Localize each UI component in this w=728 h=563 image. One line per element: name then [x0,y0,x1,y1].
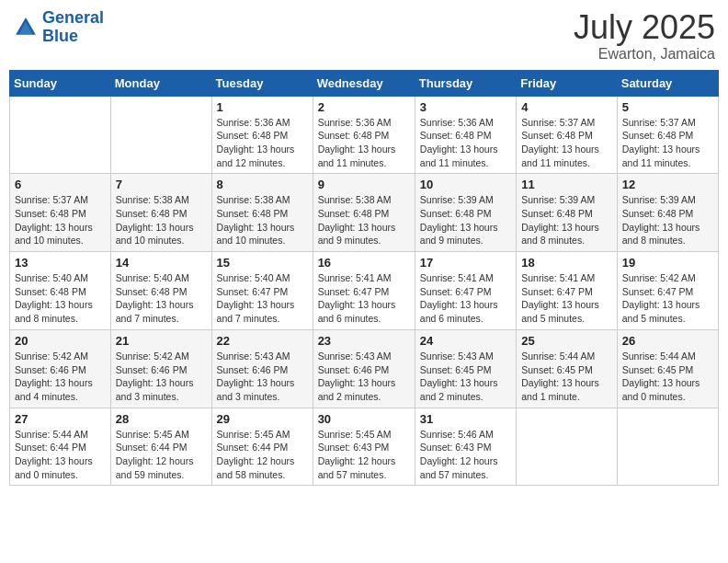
location: Ewarton, Jamaica [574,46,715,63]
day-info: Sunrise: 5:36 AM Sunset: 6:48 PM Dayligh… [217,116,308,170]
day-cell: 23Sunrise: 5:43 AM Sunset: 6:46 PM Dayli… [313,329,415,408]
day-number: 24 [420,334,511,348]
day-info: Sunrise: 5:41 AM Sunset: 6:47 PM Dayligh… [318,271,410,326]
day-number: 25 [521,334,612,348]
day-number: 21 [116,334,207,348]
day-number: 3 [420,100,511,114]
day-cell: 9Sunrise: 5:38 AM Sunset: 6:48 PM Daylig… [313,174,415,252]
calendar: SundayMondayTuesdayWednesdayThursdayFrid… [9,70,719,487]
day-number: 31 [420,412,511,426]
day-number: 6 [15,178,106,191]
day-info: Sunrise: 5:43 AM Sunset: 6:46 PM Dayligh… [318,350,410,404]
day-cell: 10Sunrise: 5:39 AM Sunset: 6:48 PM Dayli… [415,174,516,252]
day-cell: 17Sunrise: 5:41 AM Sunset: 6:47 PM Dayli… [415,252,516,330]
day-info: Sunrise: 5:39 AM Sunset: 6:48 PM Dayligh… [622,193,713,247]
title-area: July 2025 Ewarton, Jamaica [574,9,715,63]
day-number: 16 [318,256,410,270]
day-info: Sunrise: 5:39 AM Sunset: 6:48 PM Dayligh… [420,193,511,247]
day-info: Sunrise: 5:37 AM Sunset: 6:48 PM Dayligh… [15,193,106,247]
day-number: 30 [318,412,410,426]
day-cell: 18Sunrise: 5:41 AM Sunset: 6:47 PM Dayli… [517,252,618,330]
day-cell: 4Sunrise: 5:37 AM Sunset: 6:48 PM Daylig… [517,96,618,174]
day-info: Sunrise: 5:36 AM Sunset: 6:48 PM Dayligh… [318,116,410,170]
day-cell: 22Sunrise: 5:43 AM Sunset: 6:46 PM Dayli… [211,329,313,408]
day-cell: 12Sunrise: 5:39 AM Sunset: 6:48 PM Dayli… [617,174,718,252]
day-cell: 11Sunrise: 5:39 AM Sunset: 6:48 PM Dayli… [517,174,618,252]
day-number: 4 [521,100,612,114]
week-row-2: 6Sunrise: 5:37 AM Sunset: 6:48 PM Daylig… [10,174,719,252]
day-cell: 26Sunrise: 5:44 AM Sunset: 6:45 PM Dayli… [617,329,718,408]
logo: General Blue [13,9,104,46]
header: General Blue July 2025 Ewarton, Jamaica [9,9,719,63]
day-number: 12 [622,178,713,191]
day-number: 23 [318,334,410,348]
day-info: Sunrise: 5:43 AM Sunset: 6:46 PM Dayligh… [217,350,308,404]
day-cell: 13Sunrise: 5:40 AM Sunset: 6:48 PM Dayli… [10,252,111,330]
day-number: 9 [318,178,410,191]
logo-icon [13,15,39,40]
day-info: Sunrise: 5:38 AM Sunset: 6:48 PM Dayligh… [318,193,410,247]
logo-line1: General [42,8,104,27]
day-number: 8 [217,178,308,191]
day-info: Sunrise: 5:36 AM Sunset: 6:48 PM Dayligh… [420,116,511,170]
week-row-5: 27Sunrise: 5:44 AM Sunset: 6:44 PM Dayli… [10,408,719,486]
weekday-header-friday: Friday [517,70,618,96]
logo-line2: Blue [42,27,78,45]
day-cell: 3Sunrise: 5:36 AM Sunset: 6:48 PM Daylig… [415,96,516,174]
day-number: 22 [217,334,308,348]
weekday-header-saturday: Saturday [617,70,718,96]
day-cell: 6Sunrise: 5:37 AM Sunset: 6:48 PM Daylig… [10,174,111,252]
week-row-1: 1Sunrise: 5:36 AM Sunset: 6:48 PM Daylig… [10,96,719,174]
day-info: Sunrise: 5:38 AM Sunset: 6:48 PM Dayligh… [116,193,207,247]
day-info: Sunrise: 5:37 AM Sunset: 6:48 PM Dayligh… [521,116,612,170]
day-cell: 2Sunrise: 5:36 AM Sunset: 6:48 PM Daylig… [313,96,415,174]
day-info: Sunrise: 5:44 AM Sunset: 6:44 PM Dayligh… [15,428,106,482]
day-info: Sunrise: 5:40 AM Sunset: 6:48 PM Dayligh… [116,271,207,326]
day-info: Sunrise: 5:42 AM Sunset: 6:46 PM Dayligh… [116,350,207,404]
day-info: Sunrise: 5:41 AM Sunset: 6:47 PM Dayligh… [521,271,612,326]
day-number: 2 [318,100,410,114]
day-cell: 19Sunrise: 5:42 AM Sunset: 6:47 PM Dayli… [617,252,718,330]
day-info: Sunrise: 5:46 AM Sunset: 6:43 PM Dayligh… [420,428,511,482]
day-number: 20 [15,334,106,348]
day-number: 10 [420,178,511,191]
day-number: 18 [521,256,612,270]
day-info: Sunrise: 5:41 AM Sunset: 6:47 PM Dayligh… [420,271,511,326]
day-info: Sunrise: 5:39 AM Sunset: 6:48 PM Dayligh… [521,193,612,247]
day-info: Sunrise: 5:40 AM Sunset: 6:48 PM Dayligh… [15,271,106,326]
day-info: Sunrise: 5:43 AM Sunset: 6:45 PM Dayligh… [420,350,511,404]
day-cell: 1Sunrise: 5:36 AM Sunset: 6:48 PM Daylig… [211,96,313,174]
day-cell: 14Sunrise: 5:40 AM Sunset: 6:48 PM Dayli… [110,252,211,330]
day-cell: 24Sunrise: 5:43 AM Sunset: 6:45 PM Dayli… [415,329,516,408]
day-info: Sunrise: 5:42 AM Sunset: 6:47 PM Dayligh… [622,271,713,326]
day-cell [617,408,718,486]
day-cell: 5Sunrise: 5:37 AM Sunset: 6:48 PM Daylig… [617,96,718,174]
day-number: 17 [420,256,511,270]
day-number: 5 [622,100,713,114]
day-cell: 31Sunrise: 5:46 AM Sunset: 6:43 PM Dayli… [415,408,516,486]
day-cell: 29Sunrise: 5:45 AM Sunset: 6:44 PM Dayli… [211,408,313,486]
day-cell: 20Sunrise: 5:42 AM Sunset: 6:46 PM Dayli… [10,329,111,408]
day-info: Sunrise: 5:42 AM Sunset: 6:46 PM Dayligh… [15,350,106,404]
day-number: 14 [116,256,207,270]
day-info: Sunrise: 5:44 AM Sunset: 6:45 PM Dayligh… [521,350,612,404]
logo-text: General Blue [42,9,104,46]
day-cell: 8Sunrise: 5:38 AM Sunset: 6:48 PM Daylig… [211,174,313,252]
day-cell: 25Sunrise: 5:44 AM Sunset: 6:45 PM Dayli… [517,329,618,408]
weekday-header-row: SundayMondayTuesdayWednesdayThursdayFrid… [10,70,719,96]
day-info: Sunrise: 5:45 AM Sunset: 6:43 PM Dayligh… [318,428,410,482]
weekday-header-wednesday: Wednesday [313,70,415,96]
day-number: 26 [622,334,713,348]
day-info: Sunrise: 5:44 AM Sunset: 6:45 PM Dayligh… [622,350,713,404]
week-row-4: 20Sunrise: 5:42 AM Sunset: 6:46 PM Dayli… [10,329,719,408]
day-info: Sunrise: 5:38 AM Sunset: 6:48 PM Dayligh… [217,193,308,247]
day-info: Sunrise: 5:40 AM Sunset: 6:47 PM Dayligh… [217,271,308,326]
day-number: 15 [217,256,308,270]
day-cell: 21Sunrise: 5:42 AM Sunset: 6:46 PM Dayli… [110,329,211,408]
day-cell: 28Sunrise: 5:45 AM Sunset: 6:44 PM Dayli… [110,408,211,486]
day-number: 28 [116,412,207,426]
day-cell: 30Sunrise: 5:45 AM Sunset: 6:43 PM Dayli… [313,408,415,486]
month-year: July 2025 [574,9,715,46]
day-info: Sunrise: 5:45 AM Sunset: 6:44 PM Dayligh… [116,428,207,482]
day-cell: 7Sunrise: 5:38 AM Sunset: 6:48 PM Daylig… [110,174,211,252]
